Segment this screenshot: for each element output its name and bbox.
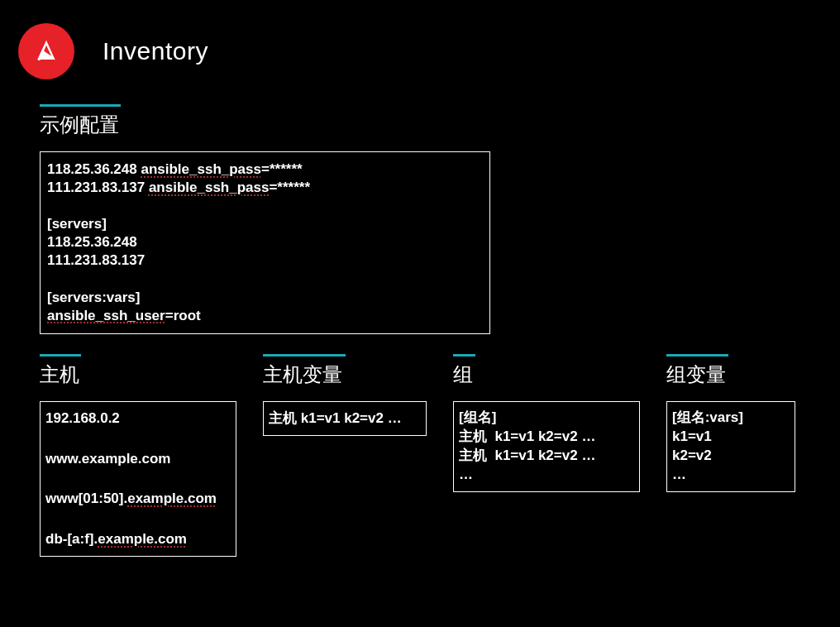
code-line: 192.168.0.2 bbox=[45, 409, 231, 428]
divider bbox=[453, 354, 475, 357]
code-line: 118.25.36.248 bbox=[47, 233, 483, 251]
page-title: Inventory bbox=[103, 37, 208, 65]
code-line: db-[a:f].example.com bbox=[45, 529, 231, 549]
hostvars-column: 主机变量 主机 k1=v1 k2=v2 … bbox=[263, 354, 427, 557]
divider bbox=[40, 354, 81, 357]
section-header: 组 bbox=[453, 354, 640, 388]
divider bbox=[263, 354, 346, 357]
group-code-box: [组名] 主机 k1=v1 k2=v2 … 主机 k1=v1 k2=v2 … … bbox=[453, 401, 640, 492]
section-header: 主机变量 bbox=[263, 354, 427, 388]
section-header: 组变量 bbox=[666, 354, 795, 388]
section-title: 组变量 bbox=[666, 361, 795, 388]
code-line: [servers] bbox=[47, 215, 483, 233]
groupvars-code-box: [组名:vars] k1=v1 k2=v2 … bbox=[666, 401, 795, 492]
section-title: 示例配置 bbox=[40, 112, 822, 138]
section-title: 组 bbox=[453, 361, 640, 388]
slide-header: Inventory bbox=[18, 23, 822, 79]
code-line: 118.25.36.248 ansible_ssh_pass=****** bbox=[47, 160, 483, 179]
divider bbox=[40, 104, 121, 107]
code-line: [servers:vars] bbox=[47, 289, 483, 307]
code-line: www[01:50].example.com bbox=[45, 489, 231, 509]
divider bbox=[666, 354, 728, 357]
section-header: 示例配置 bbox=[40, 104, 822, 138]
example-section: 示例配置 118.25.36.248 ansible_ssh_pass=****… bbox=[40, 104, 822, 334]
groupvars-column: 组变量 [组名:vars] k1=v1 k2=v2 … bbox=[666, 354, 795, 557]
section-title: 主机 bbox=[40, 361, 236, 388]
code-line bbox=[47, 270, 483, 289]
host-code-box: 192.168.0.2www.example.comwww[01:50].exa… bbox=[40, 401, 236, 557]
columns-row: 主机 192.168.0.2www.example.comwww[01:50].… bbox=[40, 354, 822, 557]
code-line: ansible_ssh_user=root bbox=[47, 307, 483, 325]
code-line bbox=[47, 197, 483, 215]
example-code-box: 118.25.36.248 ansible_ssh_pass=******111… bbox=[40, 151, 490, 334]
section-title: 主机变量 bbox=[263, 361, 427, 388]
section-header: 主机 bbox=[40, 354, 236, 388]
code-line: 111.231.83.137 bbox=[47, 251, 483, 270]
hostvars-code-box: 主机 k1=v1 k2=v2 … bbox=[263, 401, 427, 436]
host-column: 主机 192.168.0.2www.example.comwww[01:50].… bbox=[40, 354, 236, 557]
code-line: www.example.com bbox=[45, 449, 231, 469]
ansible-logo-icon bbox=[18, 23, 74, 79]
code-line: 111.231.83.137 ansible_ssh_pass=****** bbox=[47, 179, 483, 197]
group-column: 组 [组名] 主机 k1=v1 k2=v2 … 主机 k1=v1 k2=v2 …… bbox=[453, 354, 640, 557]
